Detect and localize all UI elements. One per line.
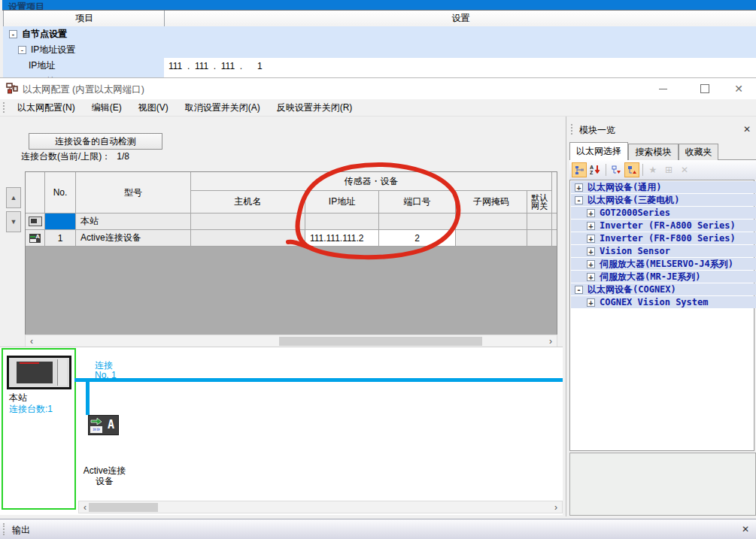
chevrons-icon: »» [90,426,102,433]
settings-column-value-header: 设置 [164,11,756,27]
panel-grip[interactable] [571,124,572,135]
expand-icon[interactable]: + [587,209,595,217]
no-column-header: No. [45,172,76,213]
scroll-right-icon[interactable]: › [545,336,556,347]
output-panel-titlebar[interactable]: 输出 ✕ [0,519,756,539]
tree-item-vision-sensor[interactable]: +Vision Sensor [571,245,756,257]
tree-item-servo-j4[interactable]: +伺服放大器(MELSERVO-J4系列) [571,258,756,270]
tree-item-inverter-f800[interactable]: +Inverter (FR-F800 Series) [571,232,756,244]
station-row-ip-cell[interactable] [305,213,379,230]
module-tree: +以太网设备(通用) -以太网设备(三菱电机) +GOT2000Series +… [569,180,754,451]
diagram-horizontal-scrollbar[interactable]: ‹ › [78,501,563,513]
tree-item-ethernet-generic[interactable]: +以太网设备(通用) [571,181,756,193]
panel-splitter[interactable] [566,117,566,516]
menu-cancel-close[interactable]: 取消设置并关闭(A) [177,99,269,117]
scroll-left-icon[interactable]: ‹ [26,336,37,347]
active-row-no-cell[interactable]: 1 [45,230,76,247]
plc-station-icon [29,217,42,226]
expand-icon[interactable]: + [575,183,583,192]
expand-icon[interactable]: + [587,222,595,230]
expand-all-icon[interactable] [624,162,639,177]
network-diagram: 本站 连接台数:1 连接 No. 1 A »» Active连接 设备 ‹ › [0,347,563,515]
tree-item-ethernet-cognex[interactable]: -以太网设备(COGNEX) [571,283,756,295]
tab-ethernet-selection[interactable]: 以太网选择 [569,142,628,160]
settings-panel-titlebar[interactable]: 设置项目 [2,0,756,11]
move-row-up-button[interactable]: ▲ [6,187,21,208]
expand-icon[interactable]: - [575,196,583,204]
collapse-icon[interactable]: - [9,30,17,38]
panel-grip[interactable] [3,523,5,535]
dialog-titlebar[interactable]: 以太网配置 (内置以太网端口) ✕ [0,77,756,100]
move-row-down-button[interactable]: ▼ [6,211,21,232]
sort-az-icon[interactable]: A Z [587,162,603,177]
table-scrollbar-thumb[interactable] [279,337,482,346]
settings-row-ip-setting[interactable]: - IP地址设置 [3,42,756,58]
expand-icon[interactable]: + [587,273,595,281]
active-device-label: Active连接 设备 [75,465,134,486]
menubar-grip[interactable] [3,102,5,112]
settings-row-own-node[interactable]: - 自节点设置 [3,26,756,42]
active-row-ip-cell[interactable]: 111.111.111.2 [305,230,379,247]
active-row-host-cell[interactable] [191,230,305,247]
remove-favorite-icon[interactable]: ✕ [677,162,692,177]
active-row-port-cell[interactable]: 2 [379,230,456,247]
collapse-icon[interactable]: - [18,46,26,54]
station-row-model-cell[interactable]: 本站 [76,213,191,230]
connection-count-value: 1/8 [117,151,129,162]
menu-view[interactable]: 视图(V) [130,99,177,117]
expand-icon[interactable]: + [587,235,595,243]
scroll-right-icon[interactable]: › [551,502,561,513]
diagram-scrollbar-thumb[interactable] [89,503,158,512]
tree-item-cognex-vision[interactable]: +COGNEX Vision System [571,296,756,308]
station-row-subnet-cell[interactable] [456,213,527,230]
station-highlight-box[interactable]: 本站 连接台数:1 [2,348,76,510]
settings-row-ip-address[interactable]: IP地址 111 . 111 . 111 . 1 [3,58,756,74]
device-letter: A [108,418,114,432]
tab-favorites[interactable]: 收藏夹 [679,144,718,160]
device-drop-line [86,382,90,415]
settings-column-item-header: 项目 [3,11,165,27]
collapse-all-icon[interactable] [609,162,624,177]
expand-icon[interactable]: + [587,298,595,307]
close-icon: ✕ [734,83,743,95]
station-row-port-cell[interactable] [379,213,456,230]
station-row-host-cell[interactable] [191,213,305,230]
active-row-model-cell[interactable]: Active连接设备 [76,230,191,247]
station-row-gateway-cell[interactable] [527,213,552,230]
expand-icon[interactable]: + [587,260,595,268]
module-panel-close-button[interactable]: ✕ [741,123,753,135]
minimize-button[interactable] [647,78,679,99]
output-panel-close-button[interactable]: ✕ [739,523,751,535]
close-button[interactable]: ✕ [723,78,754,99]
add-favorite-icon[interactable]: ⊞ [661,162,676,177]
active-row-subnet-cell[interactable] [456,230,527,247]
tree-view-icon[interactable] [572,162,587,177]
tab-find-module[interactable]: 搜索模块 [628,144,679,160]
tree-item-ethernet-mitsubishi[interactable]: -以太网设备(三菱电机) [571,194,756,206]
header-filler [552,172,557,213]
station-count-label: 连接台数:1 [9,403,53,416]
favorite-star-icon[interactable]: ★ [645,162,660,177]
expand-icon[interactable]: - [575,286,583,294]
table-horizontal-scrollbar[interactable]: ‹ › [25,335,557,347]
module-panel-toolbar: A Z ★ ⊞ ✕ [569,160,756,180]
active-row-icon-cell[interactable]: A [26,230,45,247]
expand-icon[interactable]: + [587,247,595,256]
menu-apply-close[interactable]: 反映设置并关闭(R) [269,99,361,117]
tree-item-got2000[interactable]: +GOT2000Series [571,207,756,219]
tree-item-inverter-a800[interactable]: +Inverter (FR-A800 Series) [571,220,756,232]
toolbar-separator [642,164,643,176]
active-row-gateway-cell[interactable] [527,230,552,247]
device-table: No. 型号 传感器・设备 主机名 IP地址 端口号 子网掩码 默认网关 本站 … [25,171,557,247]
menu-edit[interactable]: 编辑(E) [83,99,130,117]
maximize-button[interactable] [689,78,721,99]
auto-detect-button[interactable]: 连接设备的自动检测 [29,133,162,150]
active-device-node[interactable]: A »» [88,415,119,435]
module-panel-titlebar[interactable]: 模块一览 ✕ [569,120,756,138]
station-row-no-cell-selected[interactable] [45,213,76,230]
ip-address-value-field[interactable]: 111 . 111 . 111 . 1 [164,58,756,74]
tree-item-servo-je[interactable]: +伺服放大器(MR-JE系列) [571,271,756,283]
active-device-icon: A [29,234,41,243]
station-row-icon-cell[interactable] [26,213,45,230]
menu-ethernet-config[interactable]: 以太网配置(N) [9,99,83,117]
